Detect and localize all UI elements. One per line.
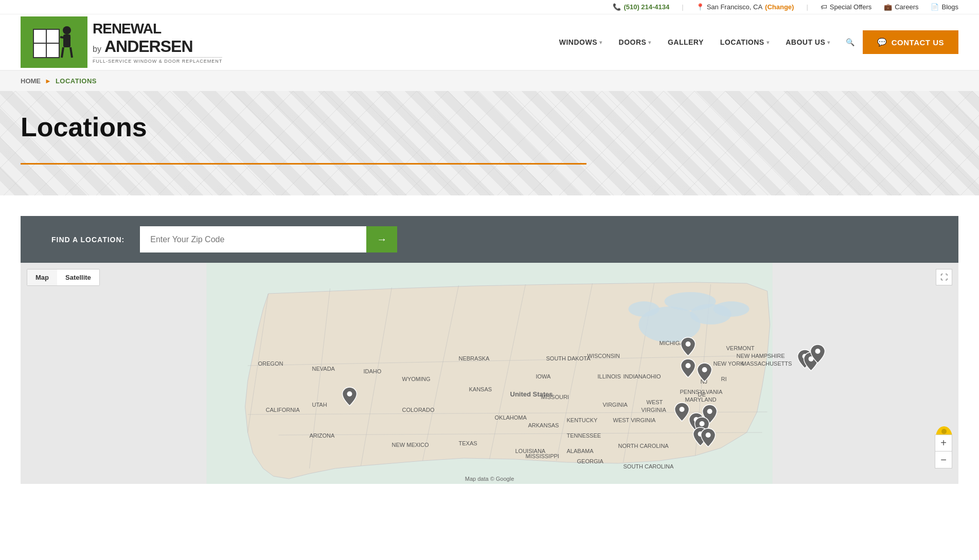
svg-text:SOUTH DAKOTA: SOUTH DAKOTA	[546, 355, 591, 362]
map-view-toggle: Map Satellite	[27, 269, 100, 286]
search-icon	[846, 38, 855, 46]
phone-icon	[613, 3, 621, 11]
orange-divider	[21, 163, 586, 165]
svg-text:ARKANSAS: ARKANSAS	[528, 422, 559, 428]
zip-submit-button[interactable]: →	[366, 226, 397, 252]
zoom-in-button[interactable]: +	[935, 435, 952, 451]
svg-text:VERMONT: VERMONT	[726, 345, 755, 351]
svg-point-86	[700, 421, 705, 426]
svg-text:MASSACHUSETTS: MASSACHUSETTS	[742, 360, 792, 367]
logo-area[interactable]: RENEWAL by ANDERSEN FULL-SERVICE WINDOW …	[21, 16, 222, 68]
breadcrumb-current: LOCATIONS	[56, 77, 97, 85]
svg-text:INDIANA: INDIANA	[624, 373, 647, 380]
svg-text:TEXAS: TEXAS	[459, 440, 477, 446]
divider-1: |	[682, 3, 683, 11]
zoom-out-button[interactable]: −	[935, 451, 952, 468]
logo-text: RENEWAL by ANDERSEN FULL-SERVICE WINDOW …	[87, 21, 222, 64]
svg-point-82	[815, 349, 821, 354]
zip-input-wrapper: →	[140, 226, 397, 252]
svg-text:IOWA: IOWA	[536, 373, 551, 380]
pin-icon	[696, 3, 704, 11]
svg-point-31	[714, 301, 750, 317]
svg-text:OHIO: OHIO	[647, 373, 662, 380]
nav-doors[interactable]: DOORS ▾	[612, 34, 658, 50]
careers-link[interactable]: Careers	[884, 3, 918, 11]
svg-text:SOUTH CAROLINA: SOUTH CAROLINA	[624, 463, 674, 469]
breadcrumb-home-link[interactable]: HOME	[21, 77, 41, 85]
svg-text:ILLINOIS: ILLINOIS	[598, 373, 621, 380]
map-tab-satellite[interactable]: Satellite	[57, 269, 99, 285]
chevron-down-icon: ▾	[767, 40, 770, 45]
map-svg: OREGON CALIFORNIA NEVADA UTAH ARIZONA ID…	[21, 263, 958, 484]
nav-windows[interactable]: WINDOWS ▾	[552, 34, 610, 50]
chevron-down-icon: ▾	[599, 40, 602, 45]
contact-us-button[interactable]: CONTACT US	[863, 30, 958, 54]
svg-text:NORTH CAROLINA: NORTH CAROLINA	[618, 443, 669, 449]
svg-text:ALABAMA: ALABAMA	[567, 448, 594, 454]
svg-text:WEST VIRGINIA: WEST VIRGINIA	[613, 417, 656, 423]
blogs-link[interactable]: Blogs	[931, 3, 958, 11]
tag-icon	[821, 3, 827, 11]
svg-point-29	[629, 301, 660, 317]
map-tab-map[interactable]: Map	[27, 269, 57, 285]
svg-point-84	[707, 409, 713, 414]
map-watermark: Map data © Google	[465, 476, 514, 482]
svg-text:NEW YORK: NEW YORK	[714, 360, 744, 367]
svg-text:VIRGINIA: VIRGINIA	[642, 407, 667, 413]
divider-2: |	[806, 3, 808, 11]
svg-text:OKLAHOMA: OKLAHOMA	[495, 414, 527, 421]
location-display: San Francisco, CA (Change)	[696, 3, 794, 11]
svg-point-79	[702, 367, 707, 372]
svg-text:KANSAS: KANSAS	[469, 386, 492, 392]
logo-figure-svg	[28, 19, 80, 65]
phone-link[interactable]: (510) 214-4134	[613, 3, 669, 11]
svg-point-77	[686, 341, 691, 347]
chevron-down-icon: ▾	[827, 40, 830, 45]
svg-text:KENTUCKY: KENTUCKY	[567, 417, 598, 423]
svg-text:WEST: WEST	[647, 399, 663, 405]
location-text: San Francisco, CA	[707, 3, 762, 11]
map-zoom-controls: + −	[935, 435, 952, 468]
svg-text:ARIZONA: ARIZONA	[310, 432, 335, 439]
svg-point-76	[347, 391, 352, 396]
svg-text:NEW MEXICO: NEW MEXICO	[392, 442, 430, 448]
main-header: RENEWAL by ANDERSEN FULL-SERVICE WINDOW …	[0, 14, 979, 71]
search-button[interactable]	[840, 34, 861, 50]
svg-point-83	[680, 407, 685, 412]
svg-point-9	[941, 429, 947, 434]
document-icon	[931, 3, 939, 11]
svg-text:WISCONSIN: WISCONSIN	[588, 353, 620, 359]
map-fullscreen-button[interactable]: ⛶	[936, 269, 952, 285]
chevron-down-icon: ▾	[648, 40, 651, 45]
page-title-area: Locations	[0, 91, 979, 195]
svg-text:UTAH: UTAH	[312, 402, 327, 408]
arrow-right-icon: →	[377, 233, 387, 245]
svg-text:NEBRASKA: NEBRASKA	[459, 355, 490, 362]
svg-text:GEORGIA: GEORGIA	[577, 458, 604, 464]
locations-content: FIND A LOCATION: → Map Satellite ⛶	[0, 195, 979, 484]
svg-text:CALIFORNIA: CALIFORNIA	[266, 407, 300, 413]
svg-rect-5	[63, 34, 70, 47]
svg-text:VIRGINIA: VIRGINIA	[603, 402, 628, 408]
svg-text:NEW HAMPSHIRE: NEW HAMPSHIRE	[737, 353, 785, 359]
special-offers-link[interactable]: Special Offers	[821, 3, 871, 11]
nav-gallery[interactable]: GALLERY	[661, 34, 711, 50]
change-location-link[interactable]: (Change)	[765, 3, 794, 11]
svg-point-30	[665, 292, 716, 311]
svg-text:United States: United States	[510, 390, 553, 398]
svg-text:MISSISSIPPI: MISSISSIPPI	[526, 453, 559, 459]
zip-code-input[interactable]	[140, 226, 366, 252]
main-nav: WINDOWS ▾ DOORS ▾ GALLERY LOCATIONS ▾ AB…	[552, 30, 958, 54]
svg-text:COLORADO: COLORADO	[402, 407, 435, 413]
svg-point-88	[706, 432, 711, 438]
breadcrumb: HOME ► LOCATIONS	[0, 71, 979, 91]
nav-locations[interactable]: LOCATIONS ▾	[713, 34, 776, 50]
top-bar: (510) 214-4134 | San Francisco, CA (Chan…	[0, 0, 979, 14]
svg-text:RI: RI	[721, 376, 727, 382]
find-location-bar: FIND A LOCATION: →	[21, 216, 958, 263]
svg-point-4	[63, 26, 71, 34]
fullscreen-icon: ⛶	[940, 273, 948, 281]
nav-about-us[interactable]: ABOUT US ▾	[778, 34, 838, 50]
svg-text:OREGON: OREGON	[258, 360, 283, 367]
page-title: Locations	[21, 112, 958, 142]
